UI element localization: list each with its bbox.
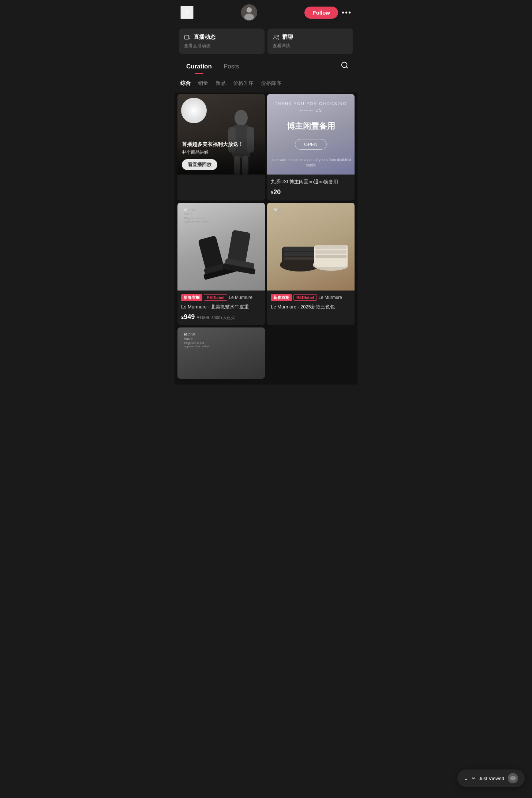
group-card-subtitle: 查看详情 <box>273 43 348 49</box>
product-grid: 首播超多美衣福利大放送！ 44个商品讲解 看直播回放 THANK YOU FOR… <box>175 93 357 385</box>
shoes-product-card[interactable]: le'murmure Elegance is notopposed to com… <box>267 203 355 326</box>
group-info-card[interactable]: 群聊 查看详情 <box>267 29 353 54</box>
more-options-button[interactable]: ••• <box>342 8 352 17</box>
group-icon <box>273 34 279 41</box>
follow-button[interactable]: Follow <box>304 7 338 19</box>
store-open-button[interactable]: OPEN <box>295 139 327 150</box>
live-icon <box>184 34 191 41</box>
boots-card-image: le'murmure Elegance is notopposed to com… <box>177 203 265 291</box>
svg-point-9 <box>342 62 347 67</box>
shoes-product-info: 新春衣橱 REDlabel Le Murmure Le Murmure · 20… <box>267 291 355 318</box>
svg-rect-29 <box>315 245 346 249</box>
shoes-brand-name: Le Murmure <box>318 295 342 300</box>
svg-point-8 <box>277 35 279 37</box>
live-card-title: 直播动态 <box>194 34 216 41</box>
svg-rect-6 <box>185 35 189 40</box>
store-slogan-text: once worn becomes a part of yours from d… <box>267 157 355 168</box>
svg-rect-25 <box>284 252 316 256</box>
filter-overall[interactable]: 综合 <box>180 79 191 88</box>
bottom-card-image: le'murmure Elegance is notopposed to com… <box>177 327 265 379</box>
watch-replay-button[interactable]: 看直播回放 <box>182 159 217 170</box>
info-cards-row: 直播动态 查看直播动态 群聊 查看详情 <box>175 25 357 58</box>
store-product-name: 九系UXI 博主闲置no退no换备用 <box>271 178 351 186</box>
group-card-title: 群聊 <box>282 34 293 41</box>
live-product-card[interactable]: 首播超多美衣福利大放送！ 44个商品讲解 看直播回放 <box>177 94 265 201</box>
live-card-product-subtitle: 44个商品讲解 <box>182 149 261 156</box>
svg-rect-24 <box>284 247 316 251</box>
store-price-value: 20 <box>273 188 281 196</box>
filter-sales[interactable]: 销量 <box>198 79 208 88</box>
tabs-bar: Curation Posts <box>175 58 357 74</box>
store-product-card[interactable]: THANK YOU FOR CHOOSING ——— US 博主闲置备用 OPE… <box>267 94 355 201</box>
svg-rect-30 <box>315 250 346 254</box>
live-info-card[interactable]: 直播动态 查看直播动态 <box>179 29 265 54</box>
boots-sold-count: 3000+人已买 <box>211 315 235 321</box>
boots-svg <box>185 221 258 280</box>
search-button[interactable] <box>338 58 352 74</box>
svg-point-4 <box>247 7 252 12</box>
boots-price-value: 949 <box>184 313 195 321</box>
tab-posts[interactable]: Posts <box>218 58 245 74</box>
boots-brand-logo: le'murmure Elegance is notopposed to com… <box>180 206 213 225</box>
tab-curation-label: Curation <box>186 63 212 70</box>
store-price-row: ¥20 <box>271 188 351 196</box>
boots-price-original: ¥1099 <box>197 315 209 320</box>
avatar[interactable] <box>241 4 257 20</box>
boots-price-row: ¥949 ¥1099 3000+人已买 <box>181 313 261 321</box>
svg-point-7 <box>274 35 276 37</box>
live-card-product-title: 首播超多美衣福利大放送！ <box>182 141 261 148</box>
group-card-title-row: 群聊 <box>273 34 348 41</box>
avatar-icon <box>241 4 257 20</box>
people-icon <box>273 34 279 41</box>
filter-bar: 综合 销量 新品 价格升序 价格降序 <box>175 74 357 93</box>
boots-tag-red: REDlabel <box>204 294 227 301</box>
store-thank-text: THANK YOU FOR CHOOSING ——— US <box>267 101 355 113</box>
filter-price-asc[interactable]: 价格升序 <box>233 79 254 88</box>
live-card-title-row: 直播动态 <box>184 34 259 41</box>
filter-price-desc[interactable]: 价格降序 <box>261 79 281 88</box>
shoes-card-image: le'murmure Elegance is notopposed to com… <box>267 203 355 291</box>
store-card-image: THANK YOU FOR CHOOSING ——— US 博主闲置备用 OPE… <box>267 94 355 175</box>
header: ‹ Follow ••• <box>175 0 357 25</box>
svg-point-10 <box>235 110 248 126</box>
light-ball-decoration <box>181 98 207 123</box>
shoes-product-name: Le Murmure · 2025新款三色包 <box>271 303 351 311</box>
bottom-product-card[interactable]: le'murmure Elegance is notopposed to com… <box>177 327 265 379</box>
tab-curation[interactable]: Curation <box>180 58 218 74</box>
store-price: ¥20 <box>271 188 281 196</box>
live-overlay: 首播超多美衣福利大放送！ 44个商品讲解 看直播回放 <box>177 137 265 175</box>
back-button[interactable]: ‹ <box>180 6 194 19</box>
store-product-info: 九系UXI 博主闲置no退no换备用 ¥20 <box>267 175 355 201</box>
avatar-image <box>241 4 257 20</box>
shoes-brand-logo: le'murmure Elegance is notopposed to com… <box>270 206 302 225</box>
boots-brand-name: Le Murmure <box>229 295 252 300</box>
shoes-tags-row: 新春衣橱 REDlabel Le Murmure <box>271 294 351 301</box>
live-card-image: 首播超多美衣福利大放送！ 44个商品讲解 看直播回放 <box>177 94 265 175</box>
boots-tags-row: 新春衣橱 REDlabel Le Murmure <box>181 294 261 301</box>
tab-posts-label: Posts <box>224 63 239 70</box>
shoes-tag-new: 新春衣橱 <box>271 294 292 301</box>
svg-rect-26 <box>284 257 316 260</box>
video-icon <box>184 34 191 41</box>
live-card-subtitle: 查看直播动态 <box>184 43 259 49</box>
svg-rect-31 <box>315 255 346 258</box>
svg-point-5 <box>244 14 254 20</box>
store-title-cn: 博主闲置备用 <box>287 121 335 132</box>
bottom-brand-logo: le'murmure Elegance is notopposed to com… <box>180 330 213 349</box>
boots-price-current: ¥949 <box>181 313 195 321</box>
boots-product-name: Le Murmure · 北美抓皱水牛皮重 <box>181 303 261 311</box>
filter-new[interactable]: 新品 <box>216 79 226 88</box>
shoes-svg <box>274 217 348 276</box>
shoes-tag-red: REDlabel <box>293 294 317 301</box>
boots-product-card[interactable]: le'murmure Elegance is notopposed to com… <box>177 203 265 326</box>
boots-product-info: 新春衣橱 REDlabel Le Murmure Le Murmure · 北美… <box>177 291 265 326</box>
search-icon <box>341 61 349 69</box>
boots-tag-new: 新春衣橱 <box>181 294 202 301</box>
header-right-actions: Follow ••• <box>304 7 352 19</box>
